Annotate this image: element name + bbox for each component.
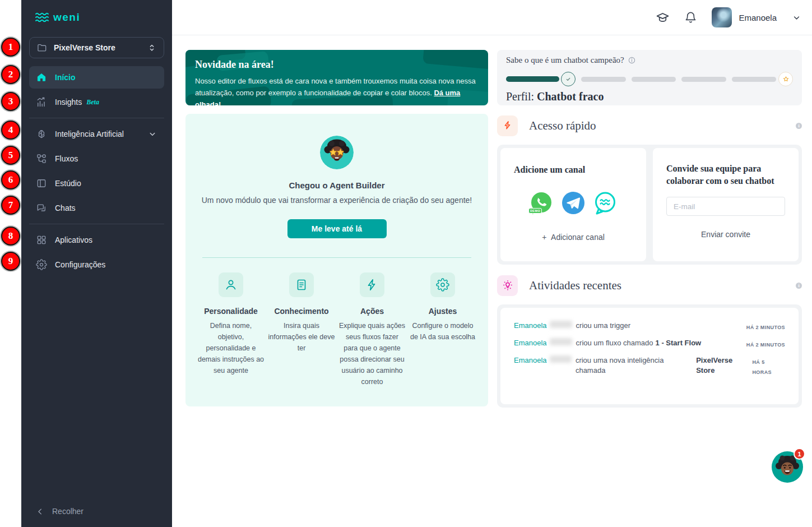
invite-team-title: Convide sua equipe para colaborar com o … xyxy=(666,163,785,187)
agent-builder-features: Personalidade Defina nome, objetivo, per… xyxy=(185,258,488,387)
up-down-chevrons-icon xyxy=(147,41,157,54)
notifications-bell-icon[interactable] xyxy=(684,11,697,25)
weni-platform-home: { "annotations": { "badges": ["1","2","3… xyxy=(0,0,812,527)
feature-description: Insira quais informações ele deve ter xyxy=(267,320,336,354)
sidebar-item-fluxos[interactable]: Fluxos xyxy=(29,147,164,170)
redacted-surname xyxy=(550,321,572,328)
invite-email-input[interactable] xyxy=(666,197,785,216)
topbar: Emanoela xyxy=(172,0,812,35)
profile-label: Perfil: xyxy=(506,90,534,103)
plus-icon: + xyxy=(542,233,546,242)
whatsapp-demo-channel-icon[interactable]: DEMO xyxy=(529,191,554,215)
feature-title: Ações xyxy=(338,307,406,316)
activity-row: Emanoela criou uma nova inteligência cha… xyxy=(514,355,785,377)
activity-user-link[interactable]: Emanoela xyxy=(514,321,547,331)
feature-conhecimento: Conhecimento Insira quais informações el… xyxy=(267,272,336,387)
send-invite-button[interactable]: Enviar convite xyxy=(666,230,785,239)
activity-text: criou um fluxo chamado xyxy=(576,338,653,348)
annotation-badge-5: 5 xyxy=(1,146,20,165)
chatbot-champion-card: Sabe o que é um chatbot campeão? Perfil:… xyxy=(497,50,802,105)
recent-activities-title: Atividades recentes xyxy=(529,279,621,293)
invite-team-card: Convide sua equipe para colaborar com o … xyxy=(653,148,799,261)
sidebar-item-label: Início xyxy=(55,73,76,82)
annotation-badge-8: 8 xyxy=(1,226,20,246)
quick-access-bolt-icon xyxy=(497,115,518,136)
telegram-channel-icon[interactable] xyxy=(561,191,586,215)
project-selector[interactable]: PixelVerse Store xyxy=(29,37,164,58)
academy-icon[interactable] xyxy=(656,11,670,25)
activity-row: Emanoela criou um fluxo chamado 1 - Star… xyxy=(514,338,785,350)
progress-segment-filled xyxy=(506,76,559,82)
chevron-left-icon xyxy=(36,507,44,516)
champion-profile: Perfil: Chatbot fraco xyxy=(506,90,793,103)
flows-icon xyxy=(36,153,47,164)
recent-activities-well: Emanoela criou uma trigger HÁ 2 MINUTOS … xyxy=(497,304,802,408)
activity-timestamp: HÁ 2 MINUTOS xyxy=(746,321,785,332)
add-channel-card: Adicione um canal DEMO xyxy=(500,148,646,261)
feature-acoes: Ações Explique quais ações seus fluxos f… xyxy=(338,272,406,387)
info-icon[interactable]: i xyxy=(796,123,802,129)
insights-icon xyxy=(36,96,47,108)
agent-builder-cta-button[interactable]: Me leve até lá xyxy=(287,219,387,238)
quick-access-well: Adicione um canal DEMO xyxy=(497,145,802,265)
support-chat-fab[interactable]: 1 xyxy=(772,451,803,483)
chevron-down-icon xyxy=(147,129,157,139)
sidebar-item-label: Configurações xyxy=(55,260,105,269)
quick-access-title: Acesso rápido xyxy=(529,119,596,133)
weni-webchat-channel-icon[interactable] xyxy=(593,191,618,215)
sidebar-divider xyxy=(29,224,164,224)
profile-value: Chatbot fraco xyxy=(537,90,604,103)
progress-star-icon xyxy=(778,72,793,86)
info-outline-icon[interactable] xyxy=(628,57,635,64)
activity-user-link[interactable]: Emanoela xyxy=(514,355,547,366)
gear-icon xyxy=(430,272,455,297)
user-menu[interactable]: Emanoela xyxy=(712,7,802,27)
feature-personalidade: Personalidade Defina nome, objetivo, per… xyxy=(197,272,265,387)
sidebar-item-insights[interactable]: Insights Beta xyxy=(29,91,164,113)
annotation-badge-4: 4 xyxy=(1,121,20,140)
document-icon xyxy=(289,272,314,297)
sidebar-item-configuracoes[interactable]: Configurações xyxy=(29,253,164,276)
add-channel-label: Adicionar canal xyxy=(551,233,605,242)
activity-highlight: PixelVerse Store xyxy=(696,355,752,376)
gear-icon xyxy=(36,259,47,270)
banner-body: Nosso editor de fluxos está de cara nova… xyxy=(195,75,480,105)
agent-builder-memoji-avatar xyxy=(320,136,354,169)
redacted-surname xyxy=(550,355,572,363)
agent-builder-card: Chegou o Agent Builder Um novo módulo qu… xyxy=(185,114,488,406)
sidebar-item-inicio[interactable]: Início xyxy=(29,66,164,89)
feature-title: Ajustes xyxy=(409,307,477,316)
sidebar-item-estudio[interactable]: Estúdio xyxy=(29,172,164,195)
add-channel-button[interactable]: + Adicionar canal xyxy=(514,233,633,242)
annotation-badge-1: 1 xyxy=(1,38,20,57)
person-icon xyxy=(219,272,243,297)
sidebar-item-inteligencia-artificial[interactable]: Inteligência Artificial xyxy=(29,123,164,145)
agent-builder-subtitle: Um novo módulo que vai transformar a exp… xyxy=(185,196,488,205)
sidebar-item-label: Fluxos xyxy=(55,154,78,163)
annotation-badge-7: 7 xyxy=(1,196,20,215)
weni-logo-text: weni xyxy=(53,11,80,24)
annotation-badge-6: 6 xyxy=(1,170,20,189)
sidebar-item-label: Estúdio xyxy=(55,179,81,188)
feature-description: Configure o modelo de IA da sua escolha xyxy=(409,320,477,343)
sidebar-item-label: Aplicativos xyxy=(55,235,92,244)
agent-builder-title: Chegou o Agent Builder xyxy=(185,181,488,190)
sidebar-item-label: Chats xyxy=(55,204,76,212)
sidebar-item-chats[interactable]: Chats xyxy=(29,197,164,219)
info-icon[interactable]: i xyxy=(796,283,802,289)
sidebar-item-aplicativos[interactable]: Aplicativos xyxy=(29,229,164,251)
activity-text: criou uma trigger xyxy=(576,321,631,331)
studio-icon xyxy=(36,178,47,189)
activity-row: Emanoela criou uma trigger HÁ 2 MINUTOS xyxy=(514,321,785,332)
chat-unread-badge: 1 xyxy=(794,448,805,460)
activity-user-link[interactable]: Emanoela xyxy=(514,338,547,348)
weni-waves-icon xyxy=(35,12,49,23)
collapse-sidebar-button[interactable]: Recolher xyxy=(36,507,83,516)
feature-description: Explique quais ações seus fluxos fazer p… xyxy=(338,320,406,387)
progress-segment-empty xyxy=(581,77,626,82)
chevron-down-icon xyxy=(791,12,802,23)
bolt-icon xyxy=(360,272,384,297)
feature-title: Personalidade xyxy=(197,307,265,316)
user-avatar xyxy=(712,7,732,27)
activity-timestamp: HÁ 2 MINUTOS xyxy=(746,338,785,350)
